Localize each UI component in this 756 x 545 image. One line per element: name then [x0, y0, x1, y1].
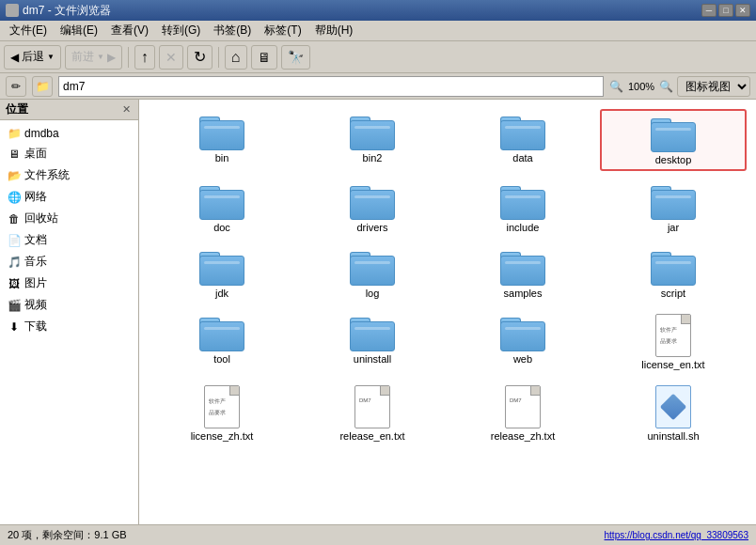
- folder-item-script[interactable]: script: [600, 244, 747, 303]
- file-label-release_zh.txt: release_zh.txt: [491, 430, 555, 442]
- folder-label-script: script: [661, 288, 685, 299]
- zoom-out-icon[interactable]: 🔍: [609, 80, 623, 93]
- title-bar: dm7 - 文件浏览器 ─ □ ✕: [0, 0, 756, 21]
- zoom-level: 100%: [627, 81, 655, 92]
- file-item-license_zh.txt[interactable]: 软件产品要求license_zh.txt: [149, 382, 295, 445]
- sidebar-item-icon-下载: ⬇: [8, 320, 21, 334]
- folder-label-web: web: [513, 353, 532, 365]
- minimize-button[interactable]: ─: [701, 4, 717, 17]
- folder-item-desktop[interactable]: desktop: [600, 109, 747, 171]
- sidebar-header-label: 位置: [6, 101, 28, 117]
- folder-label-log: log: [366, 288, 380, 299]
- sidebar-item-dmdba[interactable]: 📁dmdba: [0, 124, 138, 143]
- refresh-button[interactable]: ↻: [187, 45, 213, 70]
- folder-item-tool[interactable]: tool: [149, 310, 295, 374]
- menu-item-编辑E[interactable]: 编辑(E): [55, 21, 103, 40]
- folder-icon-button[interactable]: 📁: [32, 76, 53, 97]
- forward-arrow-icon: ▶: [107, 51, 116, 64]
- menu-item-帮助H[interactable]: 帮助(H): [309, 21, 359, 40]
- back-button[interactable]: ◀ 后退 ▼: [4, 45, 61, 70]
- sidebar-item-文件系统[interactable]: 📂文件系统: [0, 164, 138, 186]
- file-item-release_zh.txt[interactable]: DM7release_zh.txt: [449, 382, 596, 445]
- address-input[interactable]: [58, 76, 604, 97]
- file-item-uninstall.sh[interactable]: uninstall.sh: [600, 382, 747, 445]
- up-button[interactable]: ↑: [134, 45, 155, 70]
- sidebar-close-button[interactable]: ✕: [119, 103, 133, 117]
- zoom-in-icon[interactable]: 🔍: [659, 80, 673, 93]
- sidebar-item-网络[interactable]: 🌐网络: [0, 186, 138, 208]
- sidebar-item-文档[interactable]: 📄文档: [0, 229, 138, 251]
- folder-label-bin: bin: [215, 152, 229, 164]
- home-button[interactable]: ⌂: [225, 45, 247, 70]
- zoom-controls: 🔍 100% 🔍 图标视图 列表视图: [609, 76, 750, 97]
- folder-item-include[interactable]: include: [449, 179, 596, 237]
- folder-item-bin[interactable]: bin: [149, 109, 295, 171]
- sidebar-item-label-桌面: 桌面: [24, 146, 47, 162]
- sidebar-item-图片[interactable]: 🖼图片: [0, 272, 138, 294]
- folder-label-doc: doc: [213, 222, 230, 233]
- file-label-uninstall.sh: uninstall.sh: [647, 430, 699, 442]
- maximize-button[interactable]: □: [718, 4, 733, 17]
- sidebar-items: 📁dmdba🖥桌面📂文件系统🌐网络🗑回收站📄文档🎵音乐🖼图片🎬视频⬇下载: [0, 120, 138, 524]
- sidebar-item-下载[interactable]: ⬇下载: [0, 316, 138, 337]
- menu-item-文件E[interactable]: 文件(E): [4, 21, 53, 40]
- folder-item-uninstall[interactable]: uninstall: [299, 310, 446, 374]
- sidebar-item-回收站[interactable]: 🗑回收站: [0, 208, 138, 229]
- content-area: binbin2datadesktopdocdriversincludejarjd…: [139, 100, 756, 524]
- folder-label-uninstall: uninstall: [354, 353, 391, 365]
- sidebar-item-label-回收站: 回收站: [24, 210, 58, 226]
- folder-item-samples[interactable]: samples: [449, 244, 596, 303]
- stop-icon: ✕: [165, 50, 177, 65]
- folder-item-drivers[interactable]: drivers: [299, 179, 446, 237]
- folder-item-log[interactable]: log: [299, 244, 446, 303]
- file-item-license_en.txt[interactable]: 软件产品要求license_en.txt: [600, 310, 747, 374]
- forward-button[interactable]: 前进 ▼ ▶: [65, 45, 122, 70]
- view-select[interactable]: 图标视图 列表视图: [677, 76, 750, 97]
- folder-item-doc[interactable]: doc: [149, 179, 295, 237]
- close-button[interactable]: ✕: [735, 4, 750, 17]
- title-bar-left: dm7 - 文件浏览器: [6, 3, 111, 19]
- forward-label: 前进: [71, 49, 94, 65]
- sidebar-item-视频[interactable]: 🎬视频: [0, 294, 138, 316]
- menu-item-转到G[interactable]: 转到(G): [156, 21, 206, 40]
- toolbar: ◀ 后退 ▼ 前进 ▼ ▶ ↑ ✕ ↻ ⌂ 🖥 🔭: [0, 41, 756, 73]
- sidebar-item-icon-文档: 📄: [8, 234, 21, 247]
- menu-item-书签B[interactable]: 书签(B): [208, 21, 257, 40]
- folder-item-web[interactable]: web: [449, 310, 596, 374]
- folder-label-desktop: desktop: [655, 154, 692, 165]
- file-label-release_en.txt: release_en.txt: [339, 430, 404, 442]
- folder-icon: 📁: [36, 80, 50, 93]
- sidebar-item-label-音乐: 音乐: [24, 254, 47, 270]
- edit-icon: ✏: [11, 80, 21, 93]
- folder-label-jdk: jdk: [215, 288, 228, 299]
- forward-dropdown-icon: ▼: [97, 53, 104, 61]
- text-file-icon: DM7: [505, 385, 541, 428]
- status-bar: 20 项，剩余空间：9.1 GB https://blog.csdn.net/q…: [0, 524, 756, 545]
- folder-label-data: data: [512, 152, 532, 164]
- computer-button[interactable]: 🖥: [251, 45, 277, 70]
- home-icon: ⌂: [231, 49, 241, 66]
- folder-label-tool: tool: [213, 353, 230, 365]
- folder-item-data[interactable]: data: [449, 109, 596, 171]
- sidebar-item-桌面[interactable]: 🖥桌面: [0, 143, 138, 164]
- back-dropdown-icon: ▼: [47, 53, 55, 61]
- window-controls: ─ □ ✕: [701, 4, 750, 17]
- text-file-icon: 软件产品要求: [204, 385, 240, 428]
- status-url: https://blog.csdn.net/qq_33809563: [605, 530, 748, 540]
- folder-label-drivers: drivers: [356, 222, 387, 233]
- folder-item-jdk[interactable]: jdk: [149, 244, 295, 303]
- folder-item-jar[interactable]: jar: [600, 179, 747, 237]
- text-file-icon: 软件产品要求: [655, 314, 691, 357]
- edit-icon-button[interactable]: ✏: [6, 76, 26, 97]
- sidebar-item-icon-桌面: 🖥: [8, 148, 21, 161]
- address-bar: ✏ 📁 🔍 100% 🔍 图标视图 列表视图: [0, 73, 756, 100]
- folder-item-bin2[interactable]: bin2: [299, 109, 446, 171]
- menu-item-查看V[interactable]: 查看(V): [105, 21, 154, 40]
- search-button[interactable]: 🔭: [281, 45, 310, 70]
- stop-button[interactable]: ✕: [159, 45, 183, 70]
- sidebar-header: 位置 ✕: [0, 100, 138, 120]
- menu-item-标签T[interactable]: 标签(T): [259, 21, 307, 40]
- sidebar-item-音乐[interactable]: 🎵音乐: [0, 251, 138, 272]
- folder-label-bin2: bin2: [363, 152, 383, 164]
- file-item-release_en.txt[interactable]: DM7release_en.txt: [299, 382, 446, 445]
